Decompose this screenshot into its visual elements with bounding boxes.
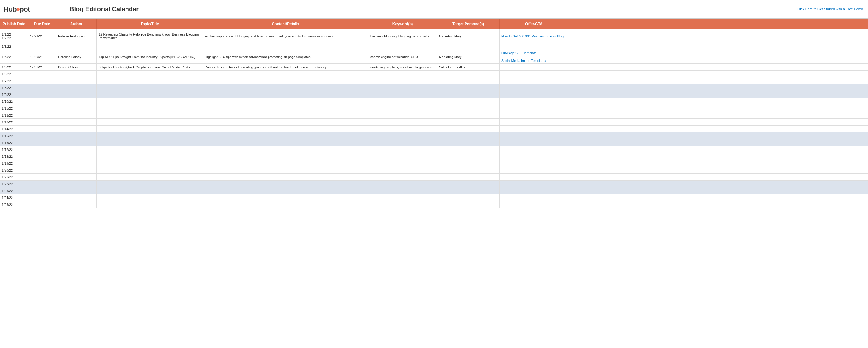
table-row: 1/24/22 [0, 194, 868, 201]
col-keywords: Keyword(s) [368, 19, 437, 29]
cell-offer[interactable]: On-Page SEO TemplateSocial Media Image T… [500, 50, 568, 63]
offer-link2[interactable]: Social Media Image Templates [501, 59, 546, 62]
cta-link[interactable]: Click Here to Get Started with a Free De… [797, 7, 863, 11]
cell-date: 1/13/22 [0, 119, 28, 125]
offer-link[interactable]: On-Page SEO Template [501, 51, 536, 55]
cell-date: 1/19/22 [0, 160, 28, 167]
table-row: 1/6/22 [0, 70, 868, 78]
table-row: 1/3/22 [0, 43, 868, 50]
cell-date: 1/22/22 [0, 180, 28, 187]
col-offer: Offer/CTA [500, 19, 568, 29]
cell-topic: Top SEO Tips Straight From the Industry … [97, 50, 203, 63]
col-due-date: Due Date [28, 19, 56, 29]
cell-due: 12/30/21 [28, 50, 56, 63]
table-row: 1/14/22 [0, 125, 868, 133]
col-content: Content/Details [203, 19, 368, 29]
cell-topic: 9 Tips for Creating Quick Graphics for Y… [97, 64, 203, 70]
cell-keywords: marketing graphics, social media graphic… [368, 64, 437, 70]
cell-date: 1/11/22 [0, 105, 28, 112]
cell-details [203, 43, 368, 50]
cell-topic [97, 43, 203, 50]
cell-date: 1/9/22 [0, 91, 28, 98]
cell-date: 1/3/22 [0, 43, 28, 50]
col-persona: Target Persona(s) [437, 19, 500, 29]
logo-area: Hubpôt [4, 5, 60, 13]
table-row: 1/25/22 [0, 201, 868, 208]
logo-dot-icon [17, 8, 20, 11]
table-row: 1/16/22 [0, 139, 868, 146]
cell-due [28, 70, 56, 77]
cell-author: Caroline Forsey [56, 50, 97, 63]
table-row: 1/10/22 [0, 98, 868, 105]
cell-details [203, 70, 368, 77]
cell-date: 1/7/22 [0, 78, 28, 84]
cell-date: 1/25/22 [0, 201, 28, 208]
cell-offer [500, 43, 568, 50]
cell-author [56, 70, 97, 77]
app-header: Hubpôt Blog Editorial Calendar Click Her… [0, 0, 868, 19]
cell-date: 1/21/22 [0, 174, 28, 180]
table-row: 1/4/22 12/30/21 Caroline Forsey Top SEO … [0, 50, 868, 64]
cell-due: 12/29/21 [28, 29, 56, 43]
header-cta[interactable]: Click Here to Get Started with a Free De… [796, 7, 864, 11]
cell-date: 1/24/22 [0, 194, 28, 201]
cell-date: 1/5/22 [0, 64, 28, 70]
cell-due: 12/31/21 [28, 64, 56, 70]
table-row: 1/11/22 [0, 105, 868, 112]
table-row: 1/19/22 [0, 160, 868, 167]
cell-date: 1/6/22 [0, 70, 28, 77]
cell-keywords [368, 43, 437, 50]
table-row: 1/21/22 [0, 174, 868, 180]
table-row: 1/1/22 1/2/22 12/29/21 Ivelisse Rodrigue… [0, 29, 868, 43]
cell-persona: Marketing Mary [437, 50, 500, 63]
cell-date: 1/1/22 1/2/22 [0, 29, 28, 43]
table-row: 1/22/22 [0, 180, 868, 187]
cell-persona: Sales Leader Alex [437, 64, 500, 70]
table-row: 1/17/22 [0, 146, 868, 153]
cell-date: 1/8/22 [0, 84, 28, 91]
page-title: Blog Editorial Calendar [63, 6, 144, 13]
cell-date: 1/18/22 [0, 153, 28, 160]
cell-author: Basha Coleman [56, 64, 97, 70]
cell-topic: 12 Revealing Charts to Help You Benchmar… [97, 29, 203, 43]
table-row: 1/18/22 [0, 153, 868, 160]
cell-date: 1/4/22 [0, 50, 28, 63]
logo-text: Hubpôt [4, 5, 30, 13]
cell-details: Explain importance of blogging and how t… [203, 29, 368, 43]
cell-persona [437, 70, 500, 77]
column-headers: Publish Date Due Date Author Topic/Title… [0, 19, 868, 29]
col-publish-date: Publish Date [0, 19, 28, 29]
cell-date: 1/14/22 [0, 125, 28, 132]
table-row: 1/8/22 [0, 84, 868, 91]
table-row: 1/13/22 [0, 119, 868, 125]
cell-date: 1/15/22 [0, 133, 28, 139]
cell-author: Ivelisse Rodriguez [56, 29, 97, 43]
table-row: 1/20/22 [0, 167, 868, 174]
cell-persona: Marketing Mary [437, 29, 500, 43]
table-row: 1/23/22 [0, 187, 868, 194]
cell-date: 1/16/22 [0, 139, 28, 146]
cell-keywords [368, 70, 437, 77]
cell-topic [97, 70, 203, 77]
table-row: 1/12/22 [0, 112, 868, 119]
cell-date: 1/17/22 [0, 146, 28, 153]
cell-date: 1/10/22 [0, 98, 28, 105]
col-topic: Topic/Title [97, 19, 203, 29]
table-row: 1/7/22 [0, 78, 868, 84]
cell-offer [500, 70, 568, 77]
offer-link[interactable]: How to Get 100,000 Readers for Your Blog [501, 34, 564, 38]
cell-author [56, 43, 97, 50]
cell-details: Highlight SEO tips with expert advice wh… [203, 50, 368, 63]
col-author: Author [56, 19, 97, 29]
table-row: 1/5/22 12/31/21 Basha Coleman 9 Tips for… [0, 64, 868, 70]
cell-persona [437, 43, 500, 50]
cell-date: 1/20/22 [0, 167, 28, 173]
cell-keywords: business blogging, blogging benchmarks [368, 29, 437, 43]
cell-date: 1/12/22 [0, 112, 28, 118]
cell-offer[interactable]: How to Get 100,000 Readers for Your Blog [500, 29, 568, 43]
cell-date: 1/23/22 [0, 187, 28, 194]
header-promo [144, 7, 796, 11]
cell-details: Provide tips and tricks to creating grap… [203, 64, 368, 70]
table-row: 1/9/22 [0, 91, 868, 98]
cell-keywords: search engine optimization, SEO [368, 50, 437, 63]
